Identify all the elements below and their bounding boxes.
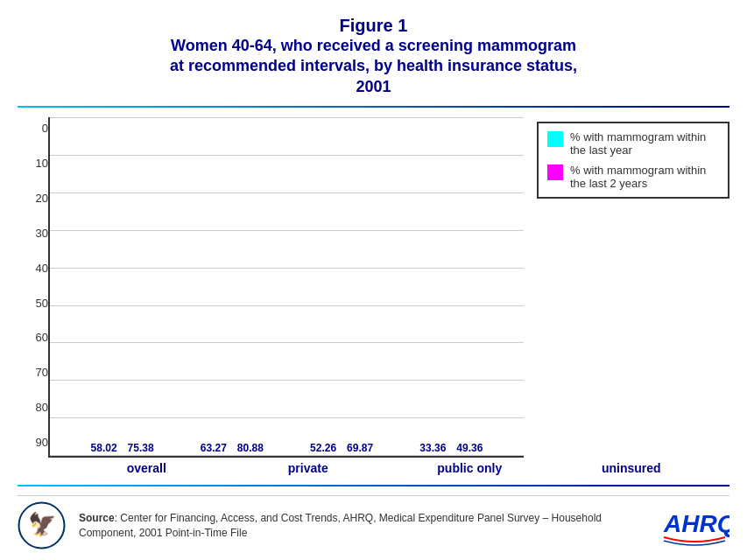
y-label-80: 80 <box>18 401 48 414</box>
legend-item-magenta: % with mammogram within the last 2 years <box>547 164 719 190</box>
legend-color-magenta <box>547 164 563 180</box>
y-label-20: 20 <box>18 192 48 205</box>
hhs-logo-container: 🦅 <box>18 501 70 550</box>
y-axis-labels: 90 80 70 60 50 40 30 20 10 0 <box>18 117 48 475</box>
bar-label-cyan-0: 58.02 <box>91 442 117 454</box>
bar-wrapper-magenta-0: 75.38 <box>124 442 158 456</box>
chart-content: 58.0275.3863.2780.8852.2669.8733.3649.36… <box>48 117 729 475</box>
footer-text: Source: Center for Financing, Access, an… <box>79 511 651 541</box>
bar-wrapper-cyan-3: 33.36 <box>416 442 449 456</box>
bars-group-container: 58.0275.3863.2780.8852.2669.8733.3649.36 <box>50 117 524 456</box>
source-text: : Center for Financing, Access, and Cost… <box>79 512 602 539</box>
legend-label-cyan: % with mammogram within the last year <box>570 130 719 157</box>
y-label-40: 40 <box>18 262 48 275</box>
bars-container: 58.0275.3863.2780.8852.2669.8733.3649.36 <box>48 117 524 458</box>
legend-box: % with mammogram within the last year % … <box>537 122 729 199</box>
footer: 🦅 Source: Center for Financing, Access, … <box>18 495 729 551</box>
bar-label-cyan-3: 33.36 <box>419 442 446 454</box>
bar-label-magenta-1: 80.88 <box>237 442 264 454</box>
chart-area: 90 80 70 60 50 40 30 20 10 0 <box>18 113 729 480</box>
bar-wrapper-magenta-1: 80.88 <box>234 442 267 456</box>
bar-group-overall: 58.0275.38 <box>88 442 158 456</box>
y-label-60: 60 <box>18 331 48 344</box>
legend-label-magenta: % with mammogram within the last 2 years <box>570 164 719 190</box>
y-label-0: 0 <box>18 122 48 135</box>
bar-group-public-only: 52.2669.87 <box>307 442 377 456</box>
bar-wrapper-cyan-0: 58.02 <box>88 442 121 456</box>
chart-with-legend: 58.0275.3863.2780.8852.2669.8733.3649.36… <box>48 117 729 458</box>
y-label-10: 10 <box>18 157 48 170</box>
ahrq-logo-svg: AHRQ <box>659 504 729 548</box>
legend-item-cyan: % with mammogram within the last year <box>547 130 719 157</box>
bar-group-private: 63.2780.88 <box>197 442 267 456</box>
bar-wrapper-cyan-1: 63.27 <box>197 442 230 456</box>
y-label-90: 90 <box>18 436 48 449</box>
bar-label-cyan-2: 52.26 <box>310 442 336 454</box>
y-label-50: 50 <box>18 297 48 310</box>
x-label-1: private <box>264 461 352 475</box>
y-label-70: 70 <box>18 366 48 379</box>
hhs-logo-svg: 🦅 <box>18 501 66 550</box>
x-label-3: uninsured <box>588 461 675 475</box>
bar-group-uninsured: 33.3649.36 <box>416 442 486 456</box>
title-divider <box>18 106 729 108</box>
title-line1: Figure 1 <box>18 16 729 36</box>
bar-label-cyan-1: 63.27 <box>201 442 227 454</box>
ahrq-logo-container: AHRQ <box>659 504 729 548</box>
page: Figure 1 Women 40-64, who received a scr… <box>0 0 747 560</box>
x-label-2: public only <box>426 461 513 475</box>
chart-legend: % with mammogram within the last year % … <box>537 122 729 458</box>
source-label: Source <box>79 512 115 524</box>
y-label-30: 30 <box>18 227 48 240</box>
legend-color-cyan <box>547 131 563 147</box>
bar-wrapper-cyan-2: 52.26 <box>307 442 340 456</box>
bar-label-magenta-3: 49.36 <box>456 442 483 454</box>
bar-wrapper-magenta-2: 69.87 <box>343 442 377 456</box>
title-line2: Women 40-64, who received a screening ma… <box>18 36 729 97</box>
bar-label-magenta-0: 75.38 <box>128 442 154 454</box>
footer-divider <box>18 485 729 486</box>
svg-text:🦅: 🦅 <box>28 510 57 538</box>
x-labels: overallprivatepublic onlyuninsured <box>48 458 729 475</box>
bar-wrapper-magenta-3: 49.36 <box>453 442 486 456</box>
bar-label-magenta-2: 69.87 <box>347 442 373 454</box>
x-label-0: overall <box>102 461 190 475</box>
svg-text:AHRQ: AHRQ <box>663 510 729 537</box>
title-section: Figure 1 Women 40-64, who received a scr… <box>18 9 729 101</box>
